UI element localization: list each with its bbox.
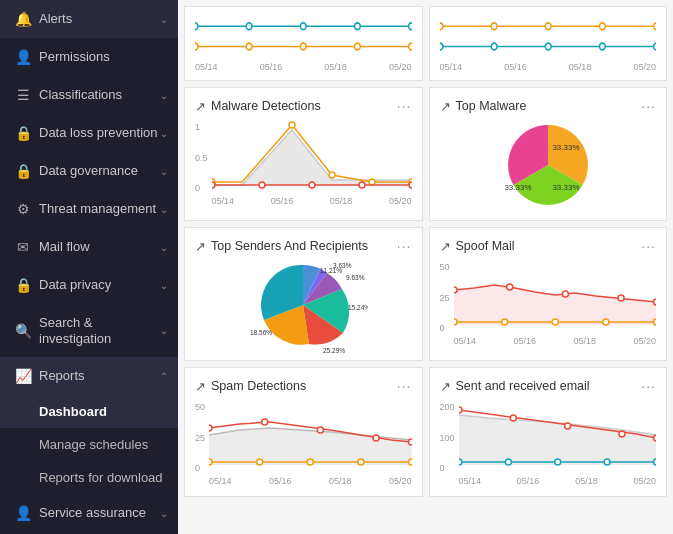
top-line-chart-right: [440, 15, 657, 60]
sidebar-item-threat-management[interactable]: ⚙ Threat management ⌄: [0, 190, 178, 228]
card-top-senders-header: ↗ Top Senders And Recipients ···: [195, 238, 412, 254]
top-malware-title: Top Malware: [456, 99, 527, 113]
service-assurance-icon: 👤: [15, 505, 31, 521]
top-malware-menu[interactable]: ···: [641, 98, 656, 114]
svg-text:25.29%: 25.29%: [323, 347, 345, 354]
sidebar-item-search-investigation[interactable]: 🔍 Search & investigation ⌄: [0, 304, 178, 357]
svg-point-66: [618, 431, 624, 437]
dlp-icon: 🔒: [15, 125, 31, 141]
sent-received-menu[interactable]: ···: [641, 378, 656, 394]
svg-point-17: [545, 43, 551, 50]
svg-point-48: [552, 319, 558, 325]
malware-detections-svg: [212, 120, 412, 190]
top-senders-chart-area: 11.21% 3.63% 9.63% 15.24% 25.29% 18.56%: [195, 260, 412, 350]
sidebar-reports-label: Reports: [39, 368, 85, 384]
svg-point-60: [358, 459, 364, 465]
card-top-senders: ↗ Top Senders And Recipients ···: [184, 227, 423, 361]
svg-point-30: [409, 182, 412, 188]
svg-point-1: [246, 23, 252, 30]
sidebar-classifications-label: Classifications: [39, 87, 122, 103]
dashboard-label: Dashboard: [39, 404, 107, 419]
svg-point-27: [259, 182, 265, 188]
svg-point-11: [491, 23, 497, 30]
sidebar-sub-item-reports-download[interactable]: Reports for download: [0, 461, 178, 494]
sidebar-item-data-privacy[interactable]: 🔒 Data privacy ⌄: [0, 266, 178, 304]
svg-point-44: [618, 295, 624, 301]
svg-point-43: [562, 291, 568, 297]
svg-point-47: [501, 319, 507, 325]
sidebar-item-mail-flow[interactable]: ✉ Mail flow ⌄: [0, 228, 178, 266]
top-chart-right-area: [440, 15, 657, 60]
sidebar: 🔔 Alerts ⌄ 👤 Permissions ☰ Classificatio…: [0, 0, 178, 534]
spam-dates: 05/14 05/16 05/18 05/20: [209, 476, 411, 486]
dlp-chevron: ⌄: [160, 128, 168, 139]
card-spoof-mail: ↗ Spoof Mail ··· 50 25 0: [429, 227, 668, 361]
svg-point-24: [369, 179, 375, 185]
svg-point-72: [653, 459, 656, 465]
service-assurance-chevron: ⌄: [160, 508, 168, 519]
svg-point-64: [510, 415, 516, 421]
spoof-mail-menu[interactable]: ···: [641, 238, 656, 254]
card-top-malware-header: ↗ Top Malware ···: [440, 98, 657, 114]
svg-point-45: [653, 299, 656, 305]
reports-icon: 📈: [15, 368, 31, 384]
svg-point-15: [440, 43, 443, 50]
svg-point-46: [454, 319, 457, 325]
top-card-left: 05/14 05/16 05/18 05/20: [184, 6, 423, 81]
spam-detections-menu[interactable]: ···: [397, 378, 412, 394]
sidebar-item-data-governance[interactable]: 🔒 Data governance ⌄: [0, 152, 178, 190]
svg-point-13: [599, 23, 605, 30]
card-malware-title-area: ↗ Malware Detections: [195, 99, 321, 114]
svg-point-69: [505, 459, 511, 465]
manage-schedules-label: Manage schedules: [39, 437, 148, 452]
spoof-mail-chart-icon: ↗: [440, 239, 451, 254]
sidebar-item-service-assurance[interactable]: 👤 Service assurance ⌄: [0, 494, 178, 532]
malware-detections-title: Malware Detections: [211, 99, 321, 113]
sidebar-sub-item-dashboard[interactable]: Dashboard: [0, 395, 178, 428]
svg-point-4: [409, 23, 412, 30]
card-malware-header: ↗ Malware Detections ···: [195, 98, 412, 114]
sidebar-item-dlp[interactable]: 🔒 Data loss prevention ⌄: [0, 114, 178, 152]
card-spoof-mail-header: ↗ Spoof Mail ···: [440, 238, 657, 254]
sent-received-chart-icon: ↗: [440, 379, 451, 394]
card-spoof-mail-title-area: ↗ Spoof Mail: [440, 239, 515, 254]
svg-point-9: [409, 43, 412, 50]
sidebar-item-classifications[interactable]: ☰ Classifications ⌄: [0, 76, 178, 114]
svg-point-55: [373, 435, 379, 441]
search-investigation-icon: 🔍: [15, 323, 31, 339]
main-content: 05/14 05/16 05/18 05/20: [178, 0, 673, 534]
sidebar-item-permissions[interactable]: 👤 Permissions: [0, 38, 178, 76]
svg-point-54: [317, 427, 323, 433]
top-senders-pie-svg: 11.21% 3.63% 9.63% 15.24% 25.29% 18.56%: [238, 255, 368, 355]
top-senders-menu[interactable]: ···: [397, 238, 412, 254]
svg-text:15.24%: 15.24%: [348, 304, 368, 311]
malware-detections-menu[interactable]: ···: [397, 98, 412, 114]
sidebar-alerts-label: Alerts: [39, 11, 72, 27]
sidebar-sub-item-manage-schedules[interactable]: Manage schedules: [0, 428, 178, 461]
svg-point-10: [440, 23, 443, 30]
sidebar-item-alerts[interactable]: 🔔 Alerts ⌄: [0, 0, 178, 38]
sidebar-mail-flow-label: Mail flow: [39, 239, 90, 255]
svg-point-29: [359, 182, 365, 188]
svg-text:18.56%: 18.56%: [250, 329, 272, 336]
card-sent-received-email-title-area: ↗ Sent and received email: [440, 379, 590, 394]
svg-point-52: [209, 425, 212, 431]
card-top-senders-title-area: ↗ Top Senders And Recipients: [195, 239, 368, 254]
data-privacy-icon: 🔒: [15, 277, 31, 293]
spam-detections-svg: [209, 400, 411, 470]
sent-received-title: Sent and received email: [456, 379, 590, 393]
svg-marker-20: [212, 130, 412, 185]
svg-point-19: [653, 43, 656, 50]
permissions-icon: 👤: [15, 49, 31, 65]
svg-text:9.63%: 9.63%: [346, 274, 365, 281]
svg-point-16: [491, 43, 497, 50]
svg-point-6: [246, 43, 252, 50]
mail-flow-chevron: ⌄: [160, 242, 168, 253]
top-dates-right: 05/14 05/16 05/18 05/20: [440, 62, 657, 72]
card-spam-detections-title-area: ↗ Spam Detections: [195, 379, 306, 394]
sidebar-item-reports[interactable]: 📈 Reports ⌃: [0, 357, 178, 395]
svg-text:33.33%: 33.33%: [552, 183, 579, 192]
svg-point-57: [209, 459, 212, 465]
svg-point-3: [354, 23, 360, 30]
top-card-right: 05/14 05/16 05/18 05/20: [429, 6, 668, 81]
